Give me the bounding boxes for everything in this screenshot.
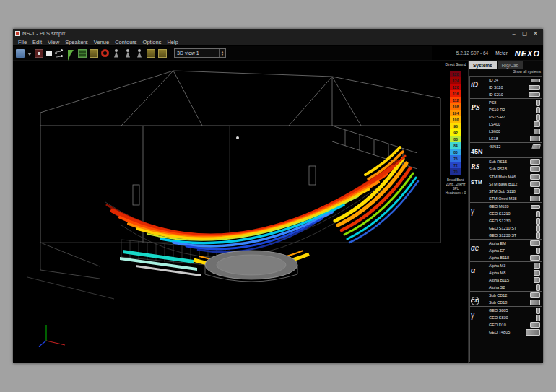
legend-footer: Broad Band20Hz...20kHzSPLHeadroom + 0 xyxy=(446,178,466,196)
contours-icon[interactable] xyxy=(158,49,167,58)
system-item[interactable]: PS15-R2 xyxy=(487,113,542,121)
system-item[interactable]: STM Main M46 xyxy=(487,173,542,180)
system-item[interactable]: ID S210 xyxy=(487,91,542,98)
ps-brand: PS xyxy=(470,99,487,142)
system-item[interactable]: Sub CD12 xyxy=(487,292,542,299)
minimize-button[interactable]: – xyxy=(508,30,519,37)
venue-grid-icon[interactable] xyxy=(78,49,87,58)
system-item-label: GEO S805 xyxy=(489,308,508,313)
system-items: Sub CD12Sub CD18 xyxy=(487,292,542,306)
menu-file[interactable]: File xyxy=(15,39,30,45)
open-folder-icon[interactable] xyxy=(16,49,25,58)
legend-band: 108 xyxy=(450,103,461,110)
speaker-thumb xyxy=(536,225,540,232)
stm-brand: STM xyxy=(470,173,487,202)
system-item[interactable]: LS400 xyxy=(487,121,542,128)
system-item[interactable]: ID 24 xyxy=(487,77,542,84)
system-item[interactable]: PS8 xyxy=(487,99,542,106)
select-cursor-icon[interactable] xyxy=(66,49,75,58)
system-item-label: STM Main M46 xyxy=(489,175,516,179)
nexo-ring-icon[interactable] xyxy=(101,49,109,57)
system-item[interactable]: GEO S1210 xyxy=(487,210,542,217)
speaker-cabinet-icon[interactable] xyxy=(90,49,98,58)
system-item[interactable]: LS18 xyxy=(487,135,542,142)
close-button[interactable]: ✕ xyxy=(530,30,541,37)
system-item[interactable]: GEO T4805 xyxy=(487,328,542,336)
system-item-label: STM Sub S118 xyxy=(489,189,516,193)
save-icon[interactable] xyxy=(35,49,43,58)
system-item[interactable]: GEO S805 xyxy=(487,307,542,314)
open-caret-icon[interactable] xyxy=(27,49,32,58)
system-item[interactable]: Alpha EF xyxy=(487,247,542,254)
system-item[interactable]: Sub CD18 xyxy=(487,299,542,306)
menu-help[interactable]: Help xyxy=(164,39,181,45)
system-item-label: Alpha M8 xyxy=(489,271,505,275)
system-items: STM Main M46STM Bass B112STM Sub S118STM… xyxy=(487,173,542,202)
viewport-3d[interactable] xyxy=(13,61,443,363)
legend-band: 96 xyxy=(450,123,461,129)
stop-icon[interactable] xyxy=(46,51,52,56)
maximize-button[interactable]: ▢ xyxy=(519,30,530,37)
listener-2-icon[interactable] xyxy=(123,49,132,58)
tab-rig-cab[interactable]: Rig/Cab xyxy=(498,61,523,69)
view-selector[interactable]: 3D view 1 ▲▼ xyxy=(174,48,226,58)
system-item-label: GEO S1210 ST xyxy=(489,226,516,230)
menu-edit[interactable]: Edit xyxy=(30,39,45,45)
system-item[interactable]: GEO S1230 xyxy=(487,217,542,225)
speaker-thumb xyxy=(536,211,540,217)
app-icon xyxy=(15,31,20,36)
menu-options[interactable]: Options xyxy=(140,39,165,45)
geom-logo: γ xyxy=(471,206,474,216)
system-item[interactable]: GEO D10 xyxy=(487,321,542,328)
system-items: ID 24ID S110ID S210 xyxy=(487,77,542,98)
listener-3-icon[interactable] xyxy=(135,49,144,58)
system-item-label: Sub RS18 xyxy=(489,167,507,171)
system-items: GEO S805GEO S830GEO D10GEO T4805 xyxy=(487,307,542,336)
system-item[interactable]: Alpha S2 xyxy=(487,284,542,291)
menu-speakers[interactable]: Speakers xyxy=(62,39,91,45)
system-item[interactable]: STM Bass B112 xyxy=(487,180,542,188)
system-item[interactable]: Alpha B118 xyxy=(487,254,542,261)
tab-systems[interactable]: Systems xyxy=(469,61,497,69)
legend-band: 70 xyxy=(450,168,461,175)
system-section-rs: RSSub RS15Sub RS18 xyxy=(470,158,542,173)
legend-band: 128 xyxy=(450,71,461,77)
system-item[interactable]: 45N12 xyxy=(487,143,542,150)
system-item-label: GEO S1230 ST xyxy=(489,233,516,238)
system-item[interactable]: Sub RS18 xyxy=(487,165,542,173)
ps-logo: PS xyxy=(471,103,480,111)
listener-1-icon[interactable] xyxy=(112,49,121,58)
system-item[interactable]: GEO S830 xyxy=(487,314,542,321)
system-item[interactable]: Sub RS15 xyxy=(487,158,542,165)
share-network-icon[interactable] xyxy=(55,49,64,58)
system-item[interactable]: Alpha M3 xyxy=(487,262,542,269)
alpha-brand: α xyxy=(470,262,487,291)
system-item[interactable]: GEO S1230 ST xyxy=(487,232,542,239)
system-item-label: Alpha M3 xyxy=(489,263,505,268)
system-item-label: GEO D10 xyxy=(489,323,506,327)
system-item[interactable]: Alpha B115 xyxy=(487,276,542,284)
system-item-label: GEO S1230 xyxy=(489,219,511,223)
view-selector-spinner[interactable]: ▲▼ xyxy=(219,49,225,57)
menu-venue[interactable]: Venue xyxy=(91,39,112,45)
system-item[interactable]: ID S110 xyxy=(487,84,542,91)
rig-point xyxy=(236,136,239,139)
alpha-logo: α xyxy=(471,266,475,274)
mapping-icon[interactable] xyxy=(147,49,155,58)
legend-band: 72 xyxy=(450,162,461,168)
menu-contours[interactable]: Contours xyxy=(112,39,139,45)
menu-view[interactable]: View xyxy=(45,39,62,45)
system-item[interactable]: STM Sub S118 xyxy=(487,188,542,195)
system-item[interactable]: LS600 xyxy=(487,128,542,135)
system-item-label: PS15-R2 xyxy=(489,115,505,119)
speaker-thumb xyxy=(534,121,540,127)
legend-band: 76 xyxy=(450,155,461,162)
system-item[interactable]: Alpha EM xyxy=(487,240,542,247)
system-item[interactable]: GEO S1210 ST xyxy=(487,225,542,232)
show-all-systems-link[interactable]: Show all systems xyxy=(469,69,543,76)
system-item[interactable]: Alpha M8 xyxy=(487,269,542,276)
speaker-thumb xyxy=(536,114,540,121)
system-item[interactable]: STM Omni M28 xyxy=(487,195,542,202)
system-item[interactable]: PS10-R2 xyxy=(487,106,542,113)
system-item[interactable]: GEO M620 xyxy=(487,203,542,210)
